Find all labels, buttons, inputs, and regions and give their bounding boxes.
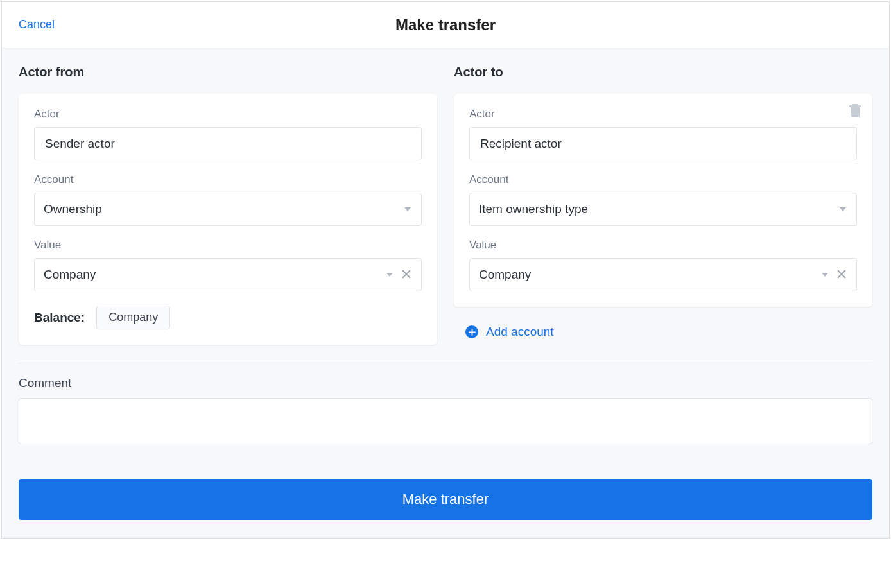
from-account-label: Account (34, 173, 422, 186)
actor-to-card: Actor Account Item ownership type (454, 94, 872, 307)
to-account-label: Account (469, 173, 857, 186)
dialog-title: Make transfer (2, 16, 889, 34)
actor-from-card: Actor Account Ownership Value (19, 94, 437, 345)
from-actor-input[interactable] (34, 127, 422, 160)
to-actor-input[interactable] (469, 127, 857, 160)
clear-icon[interactable] (401, 268, 413, 281)
comment-input[interactable] (19, 398, 872, 444)
dialog-body: Actor from Actor Account Ownership (2, 48, 889, 538)
from-value-select[interactable]: Company (34, 258, 422, 291)
transfer-dialog: Cancel Make transfer Actor from Actor Ac… (1, 1, 890, 539)
cancel-button[interactable]: Cancel (19, 18, 55, 31)
actor-from-column: Actor from Actor Account Ownership (19, 65, 437, 345)
plus-circle-icon (465, 325, 478, 338)
from-account-value: Ownership (44, 202, 102, 216)
chevron-down-icon (404, 207, 411, 211)
from-account-select[interactable]: Ownership (34, 193, 422, 226)
balance-chip: Company (96, 306, 170, 329)
chevron-down-icon (822, 273, 828, 277)
from-actor-label: Actor (34, 108, 422, 121)
actor-to-heading: Actor to (454, 65, 872, 80)
to-actor-field[interactable] (479, 128, 847, 160)
to-account-value: Item ownership type (479, 202, 588, 216)
to-value-label: Value (469, 239, 857, 252)
comment-field[interactable] (19, 399, 872, 444)
svg-rect-0 (851, 107, 860, 117)
clear-icon[interactable] (836, 268, 849, 281)
from-value-value: Company (44, 268, 96, 282)
comment-label: Comment (19, 376, 872, 390)
trash-icon[interactable] (849, 104, 861, 118)
actor-from-heading: Actor from (19, 65, 437, 80)
to-value-value: Company (479, 268, 531, 282)
to-account-select[interactable]: Item ownership type (469, 193, 857, 226)
chevron-down-icon (840, 207, 846, 211)
dialog-header: Cancel Make transfer (2, 2, 889, 48)
make-transfer-button[interactable]: Make transfer (19, 479, 872, 520)
balance-label: Balance: (34, 311, 85, 325)
to-actor-label: Actor (469, 108, 857, 121)
chevron-down-icon (386, 273, 393, 277)
actor-to-column: Actor to Actor (454, 65, 872, 345)
to-value-select[interactable]: Company (469, 258, 857, 291)
add-account-label: Add account (486, 325, 554, 339)
divider (19, 363, 872, 363)
from-value-label: Value (34, 239, 422, 252)
add-account-button[interactable]: Add account (454, 325, 872, 339)
from-actor-field[interactable] (44, 128, 412, 160)
svg-rect-2 (852, 104, 858, 106)
